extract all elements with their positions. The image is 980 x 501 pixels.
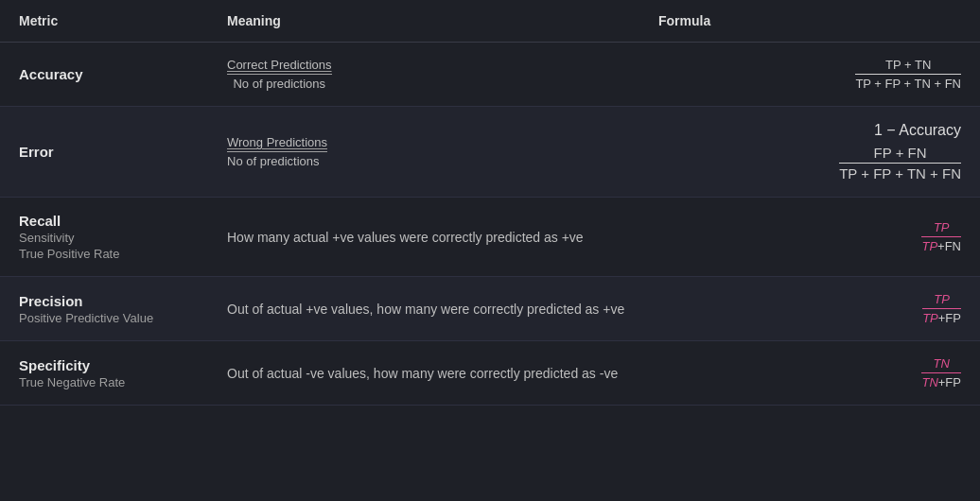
metric-specificity: Specificity True Negative Rate [19, 357, 227, 389]
meaning-accuracy: Correct Predictions No of predictions [227, 58, 658, 91]
col-formula: Formula [658, 13, 961, 28]
col-meaning: Meaning [227, 13, 658, 28]
error-meaning-fraction: Wrong Predictions No of predictions [227, 135, 649, 168]
metric-recall: Recall Sensitivity True Positive Rate [19, 213, 227, 261]
specificity-den-plus-fp: +FP [938, 375, 961, 389]
accuracy-num-text: Correct Predictions [227, 58, 332, 72]
metric-name-precision: Precision [19, 293, 227, 309]
precision-den-plus-fp: +FP [938, 311, 961, 325]
metric-alias-tpr: True Positive Rate [19, 247, 227, 261]
accuracy-fraction-text: Correct Predictions No of predictions [227, 58, 332, 91]
metric-precision: Precision Positive Predictive Value [19, 293, 227, 325]
error-num-text: Wrong Predictions [227, 135, 327, 152]
row-accuracy: Accuracy Correct Predictions No of predi… [0, 43, 980, 107]
accuracy-formula-fraction: TP + TN TP + FP + TN + FN [855, 58, 961, 91]
specificity-formula-fraction: TN TN+FP [921, 356, 961, 389]
meaning-error: Wrong Predictions No of predictions [227, 135, 658, 168]
metrics-table: Metric Meaning Formula Accuracy Correct … [0, 0, 980, 406]
recall-den-plus-fn: +FN [937, 239, 961, 253]
wrong-predictions-text: Wrong Predictions [227, 135, 327, 149]
formula-precision: TP TP+FP [658, 292, 961, 325]
formula-error: 1 − Accuracy FP + FN TP + FP + TN + FN [658, 122, 961, 181]
accuracy-formula-den: TP + FP + TN + FN [855, 75, 961, 91]
formula-specificity: TN TN+FP [658, 356, 961, 389]
metric-alias-ppv: Positive Predictive Value [19, 311, 227, 325]
metric-accuracy: Accuracy [19, 66, 227, 82]
metric-name-specificity: Specificity [19, 357, 227, 373]
table-header: Metric Meaning Formula [0, 0, 980, 43]
specificity-den-tn: TN [921, 375, 937, 389]
meaning-specificity: Out of actual -ve values, how many were … [227, 366, 658, 381]
meaning-precision: Out of actual +ve values, how many were … [227, 302, 658, 317]
specificity-formula-den: TN+FP [921, 373, 961, 389]
meaning-recall: How many actual +ve values were correctl… [227, 230, 658, 245]
recall-formula-num: TP [921, 220, 961, 237]
precision-formula-fraction: TP TP+FP [922, 292, 961, 325]
metric-name-error: Error [19, 144, 227, 160]
error-formula-den: TP + FP + TN + FN [839, 164, 961, 181]
metric-alias-sensitivity: Sensitivity [19, 231, 227, 245]
row-specificity: Specificity True Negative Rate Out of ac… [0, 341, 980, 406]
precision-den-tp: TP [922, 311, 938, 325]
metric-name-accuracy: Accuracy [19, 66, 227, 82]
precision-formula-den: TP+FP [922, 309, 961, 325]
accuracy-formula-num: TP + TN [855, 58, 961, 75]
error-den-text: No of predictions [227, 152, 320, 168]
formula-recall: TP TP+FN [658, 220, 961, 253]
accuracy-den-text: No of predictions [233, 75, 325, 91]
precision-formula-num: TP [922, 292, 961, 309]
metric-name-recall: Recall [19, 213, 227, 229]
formula-accuracy: TP + TN TP + FP + TN + FN [658, 58, 961, 91]
metric-alias-tnr: True Negative Rate [19, 375, 227, 389]
error-formula-container: 1 − Accuracy FP + FN TP + FP + TN + FN [658, 122, 961, 181]
col-metric: Metric [19, 13, 227, 28]
row-recall: Recall Sensitivity True Positive Rate Ho… [0, 198, 980, 277]
error-formula-num: FP + FN [839, 145, 961, 164]
error-formula-fraction: FP + FN TP + FP + TN + FN [839, 145, 961, 181]
specificity-formula-num: TN [921, 356, 961, 373]
recall-den-tp: TP [921, 239, 937, 253]
error-formula-text: 1 − Accuracy [874, 122, 961, 139]
recall-formula-den: TP+FN [921, 237, 961, 253]
recall-formula-fraction: TP TP+FN [921, 220, 961, 253]
row-error: Error Wrong Predictions No of prediction… [0, 107, 980, 198]
metric-error: Error [19, 144, 227, 160]
row-precision: Precision Positive Predictive Value Out … [0, 277, 980, 341]
